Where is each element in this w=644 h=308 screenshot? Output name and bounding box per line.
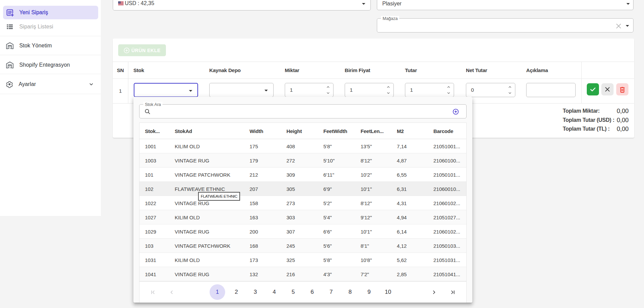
picker-cell: 1027 xyxy=(145,210,156,224)
picker-cell: 10'2" xyxy=(361,168,372,182)
picker-cell: 21051041... xyxy=(433,267,460,281)
picker-cell: 4'3" xyxy=(323,267,332,281)
next-page-button[interactable] xyxy=(431,289,437,295)
picker-row[interactable]: 1003VINTAGE RUG1792725'10"8'12"4,8721060… xyxy=(139,153,466,168)
page-button-1[interactable]: 1 xyxy=(210,284,225,300)
stepper-down-icon[interactable] xyxy=(387,92,390,94)
picker-cell: 4,12 xyxy=(397,239,407,253)
miktar-input[interactable]: 1 xyxy=(285,83,334,97)
net-tutar-input[interactable]: 0 xyxy=(466,83,515,97)
add-stock-icon[interactable] xyxy=(453,109,459,115)
order-add-icon xyxy=(6,8,14,17)
stepper-down-icon[interactable] xyxy=(447,92,450,94)
plasiyer-select[interactable]: Plasiyer xyxy=(377,0,634,10)
picker-row[interactable]: 103VINTAGE PATCHWORK1682455'6"8'1"4,1221… xyxy=(139,239,466,253)
picker-row[interactable]: 1001KILIM OLD1754085'8"13'5"7,1421051001… xyxy=(139,139,466,153)
confirm-row-button[interactable] xyxy=(587,83,599,95)
urun-ekle-label: ÜRÜN EKLE xyxy=(131,48,160,53)
page-button-8[interactable]: 8 xyxy=(342,284,358,300)
sidebar-item-yeni-siparis[interactable]: Yeni Sipariş xyxy=(3,6,98,19)
stepper-down-icon[interactable] xyxy=(508,92,512,94)
picker-cell: 408 xyxy=(286,139,295,153)
picker-cell: 4,87 xyxy=(397,153,407,168)
stepper-up-icon[interactable] xyxy=(447,86,450,88)
picker-cell: 103 xyxy=(145,239,153,253)
picker-cell: 21051027... xyxy=(433,210,460,224)
next-page-icon xyxy=(431,289,437,295)
picker-cell: 21060100... xyxy=(433,153,460,168)
page-button-6[interactable]: 6 xyxy=(304,284,320,300)
picker-column-header: StokAd xyxy=(175,123,192,139)
picker-cell: KILIM OLD xyxy=(175,253,200,267)
picker-row[interactable]: 1029VINTAGE RUG2003076'6"10'1"6,14210601… xyxy=(139,224,466,239)
picker-row[interactable]: 102FLATWEAVE ETHNIC2073056'9"10'1"6,3121… xyxy=(139,182,466,196)
stok-select[interactable] xyxy=(134,83,198,97)
picker-column-header: Barcode xyxy=(433,123,453,139)
picker-row[interactable]: 1031KILIM OLD1733255'8"10'8"5,6221051031… xyxy=(139,253,466,267)
page-button-9[interactable]: 9 xyxy=(361,284,377,300)
page-button-10[interactable]: 10 xyxy=(380,284,396,300)
picker-column-header: Width xyxy=(250,123,263,139)
picker-cell: 245 xyxy=(286,239,295,253)
birim-fiyat-value: 1 xyxy=(350,83,353,97)
picker-cell: 163 xyxy=(250,210,258,224)
picker-cell: VINTAGE PATCHWORK xyxy=(175,168,230,182)
picker-row[interactable]: 1022VINTAGE RUG1582735'2"8'12"4,31210601… xyxy=(139,196,466,210)
dropdown-arrow-icon xyxy=(264,90,268,91)
birim-fiyat-input[interactable]: 1 xyxy=(345,83,394,97)
picker-row[interactable]: 1027KILIM OLD1633035'4"9'12"4,9421051027… xyxy=(139,210,466,224)
tooltip: FLATWEAVE ETHNIC xyxy=(198,192,240,201)
picker-cell: 325 xyxy=(286,253,295,267)
tutar-input[interactable]: 1 xyxy=(405,83,454,97)
sidebar-item-shopify-entegrasyon[interactable]: Shopify Entegrasyon xyxy=(3,58,98,72)
picker-cell: 5'6" xyxy=(323,239,332,253)
stok-ara-field[interactable]: Stok Ara xyxy=(139,104,467,118)
table-border xyxy=(113,79,634,79)
picker-cell: 10'1" xyxy=(361,182,372,196)
sidebar-item-label: Stok Yönetim xyxy=(19,43,52,49)
stepper-up-icon[interactable] xyxy=(508,86,512,88)
total-label: Toplam Tutar (TL) : xyxy=(563,126,610,132)
picker-row[interactable]: 101VINTAGE PATCHWORK2123096'11"10'2"6,55… xyxy=(139,168,466,182)
sidebar-item-label: Shopify Entegrasyon xyxy=(19,62,70,68)
picker-row[interactable]: 1041VINTAGE RUG1322164'3"7'2"2,852105104… xyxy=(139,267,466,281)
first-page-icon xyxy=(150,289,156,295)
sidebar-item-siparis-listesi[interactable]: Sipariş Listesi xyxy=(3,20,98,33)
page-button-7[interactable]: 7 xyxy=(323,284,339,300)
page-button-2[interactable]: 2 xyxy=(229,284,244,300)
last-page-button[interactable] xyxy=(450,289,456,295)
picker-cell: 6,14 xyxy=(397,224,407,239)
column-header-birim-fiyat: Birim Fiyat xyxy=(345,62,370,79)
page-button-3[interactable]: 3 xyxy=(248,284,263,300)
kaynak-depo-select[interactable] xyxy=(209,83,274,97)
page-button-4[interactable]: 4 xyxy=(266,284,282,300)
page-button-5[interactable]: 5 xyxy=(285,284,301,300)
plasiyer-select-value: Plasiyer xyxy=(382,1,402,7)
clear-icon[interactable] xyxy=(616,23,621,29)
list-icon xyxy=(6,23,14,31)
magaza-field[interactable]: Mağaza xyxy=(377,18,634,32)
delete-row-button[interactable] xyxy=(616,83,628,95)
picker-cell: 212 xyxy=(250,168,258,182)
cancel-row-button[interactable] xyxy=(601,83,614,95)
picker-cell: 5'8" xyxy=(323,139,332,153)
plus-circle-icon xyxy=(124,47,130,53)
picker-cell: 21051001... xyxy=(433,139,460,153)
stepper-up-icon[interactable] xyxy=(326,86,330,88)
stepper-up-icon[interactable] xyxy=(387,86,390,88)
stepper-down-icon[interactable] xyxy=(326,92,330,94)
currency-select[interactable]: USD : 42,35 xyxy=(113,0,371,10)
aciklama-input[interactable] xyxy=(526,83,576,97)
picker-cell: 21060010... xyxy=(433,182,460,196)
sidebar-item-stok-yonetim[interactable]: Stok Yönetim xyxy=(3,39,98,52)
picker-cell: 10'1" xyxy=(361,224,372,239)
sidebar-item-ayarlar[interactable]: Ayarlar xyxy=(3,78,98,91)
picker-cell: 5'4" xyxy=(323,210,332,224)
first-page-button[interactable] xyxy=(150,289,156,295)
prev-page-button[interactable] xyxy=(169,289,175,295)
divider xyxy=(0,74,101,74)
warehouse-icon xyxy=(6,42,14,50)
urun-ekle-button[interactable]: ÜRÜN EKLE xyxy=(118,44,166,56)
tutar-value: 1 xyxy=(410,83,413,97)
picker-cell: KILIM OLD xyxy=(175,210,200,224)
